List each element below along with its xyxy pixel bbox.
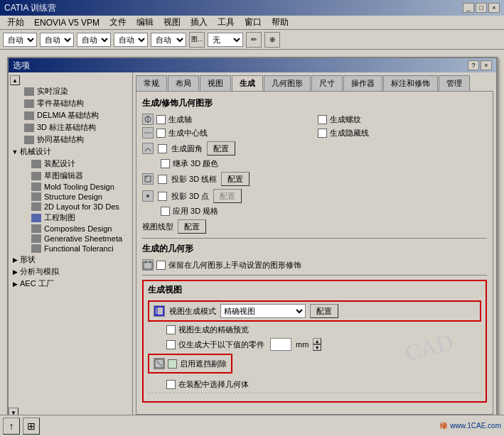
tree-item-render[interactable]: 实时渲染 xyxy=(10,85,131,97)
tab-view[interactable]: 视图 xyxy=(200,75,231,91)
tree-item-sheetmeta[interactable]: Generative Sheetmeta xyxy=(10,234,131,244)
left-panel: ▲ 实时渲染 零件基础结构 DELMIA 基础结构 3D 标注基础结构 协同基础… xyxy=(9,72,133,418)
divider2 xyxy=(142,275,487,276)
tree-group-mechanical[interactable]: ▼ 机械设计 xyxy=(10,146,131,158)
size-input[interactable] xyxy=(270,338,291,351)
gen-axis-checkbox[interactable] xyxy=(156,115,166,124)
apply3d-label: 应用 3D 规格 xyxy=(173,206,218,217)
toolbar-btn-3[interactable]: ⊕ xyxy=(264,32,280,48)
menu-enovia[interactable]: ENOVIA V5 VPM xyxy=(30,16,104,29)
option-preview: 视图生成的精确预览 xyxy=(148,325,481,335)
tree-item-delmia-label: DELMIA 基础结构 xyxy=(37,110,99,121)
menu-start[interactable]: 开始 xyxy=(3,15,28,30)
toolbar-btn-1[interactable]: 图... xyxy=(189,32,205,48)
bottom-bar: ↑ ⊞ 绿 www.1CAE.com xyxy=(0,415,504,436)
viewline-label: 视图线型 xyxy=(142,222,173,232)
tree-item-composites[interactable]: Composites Design xyxy=(10,224,131,234)
section3-box: 生成视图 视图生成模式 精确视图 配置 xyxy=(142,280,487,403)
tree-group-analysis[interactable]: ▶ 分析与模拟 xyxy=(10,266,131,278)
large-checkbox[interactable] xyxy=(166,340,176,349)
gen-thread-checkbox[interactable] xyxy=(318,115,327,124)
minimize-button[interactable]: _ xyxy=(463,3,474,13)
tab-general[interactable]: 常规 xyxy=(136,75,167,91)
viewgenmode-select[interactable]: 精确视图 xyxy=(220,304,306,318)
menu-help[interactable]: 帮助 xyxy=(267,15,293,30)
gen-axis-label: 生成轴 xyxy=(168,114,192,125)
toolbar-select-3[interactable]: 自动 xyxy=(77,33,111,47)
tree-item-3d[interactable]: 3D 标注基础结构 xyxy=(10,121,131,133)
tree-item-structure[interactable]: Structure Design xyxy=(10,192,131,202)
bottom-icon-2[interactable]: ⊞ xyxy=(23,418,40,435)
option-generate-centerline: 生成中心线 xyxy=(142,127,312,138)
tab-operator[interactable]: 操作器 xyxy=(343,75,382,91)
unit-label: mm xyxy=(296,340,309,349)
toolbar-btn-2[interactable]: ✏ xyxy=(246,32,262,48)
maximize-button[interactable]: □ xyxy=(476,3,487,13)
preview-checkbox[interactable] xyxy=(166,325,176,334)
proj3d-checkbox[interactable] xyxy=(158,175,167,184)
bottom-icon[interactable]: ↑ xyxy=(3,418,20,435)
toolbar-select-5[interactable]: 自动 xyxy=(151,33,186,47)
option-generate-thread: 生成螺纹 xyxy=(318,114,488,125)
select-geom-checkbox[interactable] xyxy=(166,380,176,389)
menu-window[interactable]: 窗口 xyxy=(240,15,266,30)
inherit-color-checkbox[interactable] xyxy=(161,159,170,168)
svg-point-5 xyxy=(146,195,149,197)
tree-item-drawing[interactable]: 工程制图 xyxy=(10,212,131,224)
toolbar-select-2[interactable]: 自动 xyxy=(40,33,74,47)
tree-group-shape[interactable]: ▶ 形状 xyxy=(10,254,131,266)
tree-item-delmia[interactable]: DELMIA 基础结构 xyxy=(10,109,131,121)
tab-geometry[interactable]: 几何图形 xyxy=(264,75,311,91)
viewline-row: 视图线型 配置 xyxy=(142,219,487,234)
apply3d-checkbox[interactable] xyxy=(161,207,170,216)
config-btn-2[interactable]: 配置 xyxy=(221,172,250,186)
toolbar-select-4[interactable]: 自动 xyxy=(114,33,148,47)
viewline-config-btn[interactable]: 配置 xyxy=(178,219,206,234)
viewgenmode-config-btn[interactable]: 配置 xyxy=(310,304,338,318)
tree-item-2dlayout[interactable]: 2D Layout for 3D Des xyxy=(10,202,131,212)
menu-edit[interactable]: 编辑 xyxy=(132,15,158,30)
gen-centerline-checkbox[interactable] xyxy=(156,129,166,138)
analysis-arrow: ▶ xyxy=(11,268,18,276)
render-icon xyxy=(24,87,34,96)
spin-up[interactable]: ▲ xyxy=(313,338,321,344)
gen-round-checkbox[interactable] xyxy=(158,144,167,153)
menu-view[interactable]: 视图 xyxy=(159,15,185,30)
toolbar-select-1[interactable]: 自动 xyxy=(3,33,37,47)
keep-geom-checkbox[interactable] xyxy=(156,261,166,270)
dialog-help-button[interactable]: ? xyxy=(468,60,479,70)
section3-bottom xyxy=(148,393,481,398)
menu-file[interactable]: 文件 xyxy=(105,15,131,30)
tab-manage[interactable]: 管理 xyxy=(439,75,470,91)
proj3dpt-checkbox[interactable] xyxy=(158,192,167,201)
tree-item-mold[interactable]: Mold Tooling Design xyxy=(10,182,131,192)
gen-hidden-checkbox[interactable] xyxy=(318,129,327,138)
hidden-checkbox[interactable] xyxy=(168,359,177,369)
menu-tools[interactable]: 工具 xyxy=(213,15,239,30)
menu-insert[interactable]: 插入 xyxy=(186,15,212,30)
tab-layout[interactable]: 布局 xyxy=(168,75,199,91)
config-btn-1[interactable]: 配置 xyxy=(207,141,235,156)
tab-annotation[interactable]: 标注和修饰 xyxy=(383,75,438,91)
tab-dimension[interactable]: 尺寸 xyxy=(311,75,343,91)
proj3d-label: 投影 3D 线框 xyxy=(171,174,217,185)
tree-item-structure-label: Structure Design xyxy=(44,192,102,201)
close-button[interactable]: × xyxy=(488,3,500,13)
tree-group-aec-label: AEC 工厂 xyxy=(20,278,54,289)
keep-geom-label: 保留在几何图形上手动设置的图形修饰 xyxy=(168,260,301,271)
config-btn-3[interactable]: 配置 xyxy=(213,189,242,203)
tree-item-collab[interactable]: 协同基础结构 xyxy=(10,133,131,146)
tree-item-sketch[interactable]: 草图编辑器 xyxy=(10,170,131,182)
left-scroll-up[interactable]: ▲ xyxy=(10,75,20,85)
tab-generate[interactable]: 生成 xyxy=(232,75,263,91)
dialog-close-button[interactable]: × xyxy=(481,60,492,70)
tree-item-toleranci[interactable]: Functional Toleranci xyxy=(10,244,131,254)
spin-down[interactable]: ▼ xyxy=(313,344,321,351)
toolbar-select-6[interactable]: 无 xyxy=(208,33,243,47)
hidden-highlight: 启用遮挡剔除 xyxy=(148,354,232,374)
tree-item-assembly[interactable]: 装配设计 xyxy=(10,158,131,170)
tree-item-part[interactable]: 零件基础结构 xyxy=(10,97,131,109)
tree-item-2dlayout-label: 2D Layout for 3D Des xyxy=(44,202,119,211)
tree-group-aec[interactable]: ▶ AEC 工厂 xyxy=(10,278,131,290)
preview-label: 视图生成的精确预览 xyxy=(178,325,249,335)
